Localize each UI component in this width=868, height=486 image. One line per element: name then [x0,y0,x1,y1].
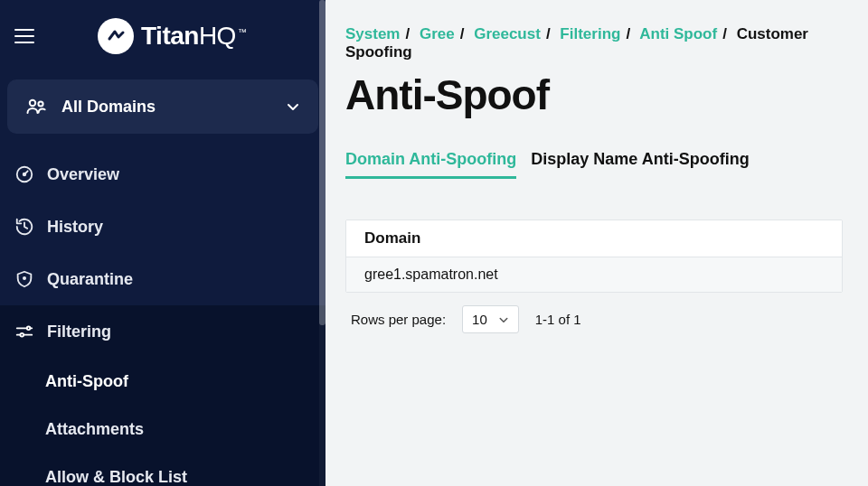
main-content: System/ Gree/ Greecust/ Filtering/ Anti … [326,0,868,486]
tabs: Domain Anti-Spoofing Display Name Anti-S… [345,150,843,180]
chevron-down-icon [286,99,300,114]
svg-point-5 [24,277,25,279]
nav-item-quarantine[interactable]: Quarantine [0,253,326,305]
breadcrumb-link-greecust[interactable]: Greecust [474,25,541,42]
sub-item-allow-block[interactable]: Allow & Block List [0,453,326,486]
scroll-thumb[interactable] [319,0,326,325]
sub-nav-filtering: Anti-Spoof Attachments Allow & Block Lis… [0,358,326,486]
sidebar-nav: Overview History Quarantine Filtering An… [0,148,326,486]
breadcrumb-link-system[interactable]: System [345,25,400,42]
domain-selector-label: All Domains [61,98,286,117]
svg-point-2 [38,101,42,106]
pagination: Rows per page: 10 1-1 of 1 [345,293,843,346]
sub-item-anti-spoof[interactable]: Anti-Spoof [0,358,326,406]
history-icon [14,217,34,237]
table-header-domain: Domain [346,220,842,257]
rows-per-page-value: 10 [472,312,487,327]
table-row[interactable]: gree1.spamatron.net [346,257,842,292]
svg-point-0 [104,24,127,48]
users-icon [25,96,47,117]
tab-label: Display Name Anti-Spoofing [531,150,749,168]
sidebar-top: TitanHQ™ [0,0,326,79]
sliders-icon [14,322,34,341]
sidebar-scrollbar[interactable] [319,0,326,486]
menu-toggle-button[interactable] [14,29,34,43]
gauge-icon [14,164,34,184]
nav-label: History [47,218,103,237]
nav-item-overview[interactable]: Overview [0,148,326,201]
tab-domain-anti-spoofing[interactable]: Domain Anti-Spoofing [345,150,516,179]
svg-point-1 [30,100,35,106]
svg-point-6 [27,327,31,331]
nav-label: Overview [47,165,119,184]
sub-item-label: Anti-Spoof [45,372,128,390]
table-cell-domain: gree1.spamatron.net [364,266,498,282]
sub-item-label: Allow & Block List [45,468,187,486]
svg-point-4 [24,173,26,176]
nav-label: Filtering [47,322,111,341]
sidebar: TitanHQ™ All Domains Overview History [0,0,326,486]
domain-selector[interactable]: All Domains [7,79,318,134]
breadcrumb-link-anti-spoof[interactable]: Anti Spoof [639,25,717,42]
sub-item-attachments[interactable]: Attachments [0,406,326,453]
rows-per-page-select[interactable]: 10 [462,305,519,333]
svg-point-7 [20,333,24,337]
domain-table: Domain gree1.spamatron.net [345,220,843,293]
tab-label: Domain Anti-Spoofing [345,150,516,168]
shield-icon [14,269,34,289]
chevron-down-icon [498,314,509,325]
nav-label: Quarantine [47,270,133,289]
nav-item-history[interactable]: History [0,201,326,253]
breadcrumb-link-filtering[interactable]: Filtering [560,25,620,42]
brand-wordmark: TitanHQ™ [141,22,246,51]
brand-mark-icon [98,18,134,54]
breadcrumb-link-gree[interactable]: Gree [420,25,455,42]
tab-display-name-anti-spoofing[interactable]: Display Name Anti-Spoofing [531,150,749,179]
sub-item-label: Attachments [45,420,144,438]
brand-logo: TitanHQ™ [98,18,246,54]
nav-item-filtering[interactable]: Filtering [0,305,326,358]
breadcrumb: System/ Gree/ Greecust/ Filtering/ Anti … [345,25,843,61]
page-title: Anti-Spoof [345,70,843,119]
rows-per-page-label: Rows per page: [351,312,446,327]
pagination-range: 1-1 of 1 [535,312,581,327]
